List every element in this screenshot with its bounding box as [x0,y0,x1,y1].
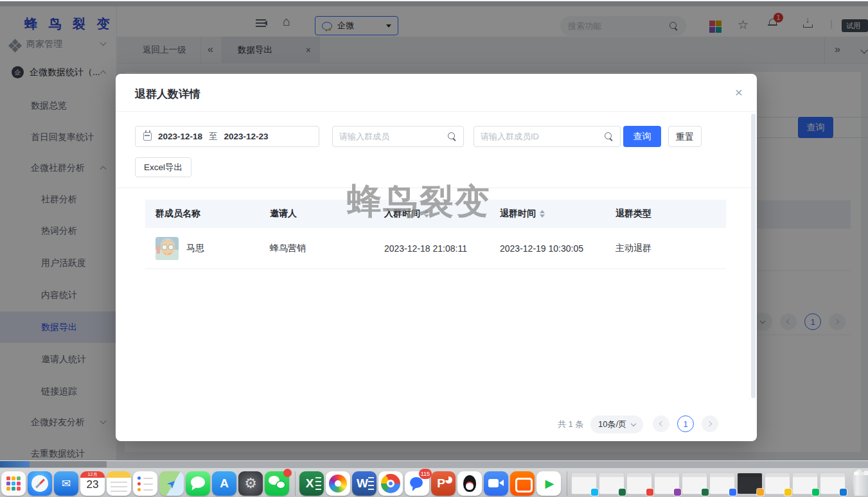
notification-badge [283,469,292,477]
chevron-down-icon [631,421,636,426]
quit-group-detail-modal: 退群人数详情 × 2023-12-18 至 2023-12-23 查询 重置 E… [116,74,757,441]
trash-icon[interactable] [850,471,868,496]
window-top-edge [0,0,868,1]
total-count: 共 1 条 [558,419,583,430]
sort-icon[interactable] [424,210,429,218]
dock-window-thumbnail[interactable] [792,473,818,494]
column-header: 退群类型 [605,208,726,220]
sort-icon[interactable] [540,210,545,218]
player-glyph: ▶ [536,471,561,496]
current-page[interactable]: 1 [677,415,694,432]
window-app-badge [591,489,598,496]
quit-members-table: 群成员名称 邀请人 入群时间 退群时间 退群类型 [145,200,726,269]
close-icon[interactable]: × [730,84,748,102]
window-app-badge [840,489,847,496]
excel-export-button[interactable]: Excel导出 [135,157,191,177]
inviter: 蜂鸟营销 [260,243,374,254]
macos-dock: ✉12月23➤A⚙XW115P▶ [0,467,868,497]
calendar-icon [143,132,152,141]
member-search-field[interactable] [332,126,464,147]
table-row: 马思 蜂鸟营销 2023-12-18 21:08:11 2023-12-19 1… [145,228,726,269]
modal-title: 退群人数详情 [135,87,200,101]
prev-page-button[interactable] [653,415,669,432]
dock-app-powerpoint[interactable]: P [431,471,456,496]
quit-time: 2023-12-19 10:30:05 [490,243,605,254]
dock-app-calendar[interactable]: 12月23 [80,471,105,496]
dock-app-launchpad[interactable] [1,471,26,496]
dock-app-qq[interactable] [457,471,482,496]
word-glyph: W [348,471,376,496]
quit-type: 主动退群 [605,243,726,254]
window-app-badge [812,489,819,496]
dock-app-settings[interactable]: ⚙ [238,471,263,496]
dock-app-meeting[interactable] [484,471,508,496]
dock-window-thumbnail[interactable] [820,473,846,494]
window-app-badge [729,489,736,496]
modal-scrollbar[interactable] [751,114,756,398]
settings-glyph: ⚙ [238,471,263,496]
table-header-row: 群成员名称 邀请人 入群时间 退群时间 退群类型 [145,200,726,228]
screen: 蜂 鸟 裂 变 商家管理企企微数据统计（...数据总览首日回复率统计企微社群分析… [0,0,868,497]
dock-window-thumbnail[interactable] [626,473,652,494]
dock-window-thumbnail[interactable] [709,473,735,494]
modal-pagination: 共 1 条 10条/页 1 [116,415,757,434]
dock-window-thumbnail[interactable] [682,473,707,494]
maps-glyph: ➤ [154,466,189,497]
dock-window-thumbnail[interactable] [737,473,763,494]
desktop-strip [0,460,868,467]
column-header: 邀请人 [260,208,374,220]
date-end: 2023-12-23 [224,132,269,141]
notification-badge: 115 [419,469,432,479]
window-app-badge [784,489,792,496]
window-app-badge [646,489,653,496]
mail-glyph: ✉ [54,471,78,496]
dock-app-mgtv[interactable] [510,471,535,496]
dock-app-pinwheel[interactable] [326,471,350,496]
window-app-badge [702,489,709,496]
search-icon [605,132,614,141]
dock-window-thumbnail[interactable] [765,473,790,494]
dock-separator [567,471,567,496]
date-separator: 至 [209,131,218,143]
dock-window-thumbnail[interactable] [654,473,680,494]
member-input[interactable] [339,132,448,141]
dock-app-messages[interactable] [186,471,210,496]
dock-app-mail[interactable]: ✉ [54,471,78,496]
column-header-sortable[interactable]: 入群时间 [374,208,490,220]
date-start: 2023-12-18 [158,132,202,141]
dock-app-excel[interactable]: X [299,471,324,496]
dock-window-thumbnail[interactable] [571,473,597,494]
join-time: 2023-12-18 21:08:11 [374,243,490,254]
dock-app-maps[interactable]: ➤ [159,471,184,496]
date-range-picker[interactable]: 2023-12-18 至 2023-12-23 [135,126,319,147]
dock-app-appstore[interactable]: A [212,471,236,496]
window-app-badge [757,489,764,496]
dock-window-thumbnail[interactable] [599,473,624,494]
member-id-search-field[interactable] [474,126,621,147]
member-id-input[interactable] [481,132,605,141]
window-app-badge [674,489,681,496]
column-header-sortable[interactable]: 退群时间 [490,208,605,220]
dock-app-word[interactable]: W [352,471,376,496]
dock-app-player[interactable]: ▶ [536,471,561,496]
column-header: 群成员名称 [145,208,260,220]
dock-app-wecom[interactable]: 115 [405,471,429,496]
excel-glyph: X [296,471,324,496]
dock-app-safari[interactable] [28,471,52,496]
member-name: 马思 [186,243,204,254]
dock-app-chrome[interactable] [378,471,403,496]
dock-app-notes[interactable] [107,471,131,496]
query-button[interactable]: 查询 [623,126,661,147]
appstore-glyph: A [212,471,236,496]
page-size-select[interactable]: 10条/页 [590,415,643,433]
reset-button[interactable]: 重置 [668,126,702,147]
dock-app-wechat[interactable] [265,471,289,496]
avatar [155,237,179,260]
search-icon [448,132,457,141]
window-app-badge [619,489,626,496]
next-page-button[interactable] [702,415,718,432]
